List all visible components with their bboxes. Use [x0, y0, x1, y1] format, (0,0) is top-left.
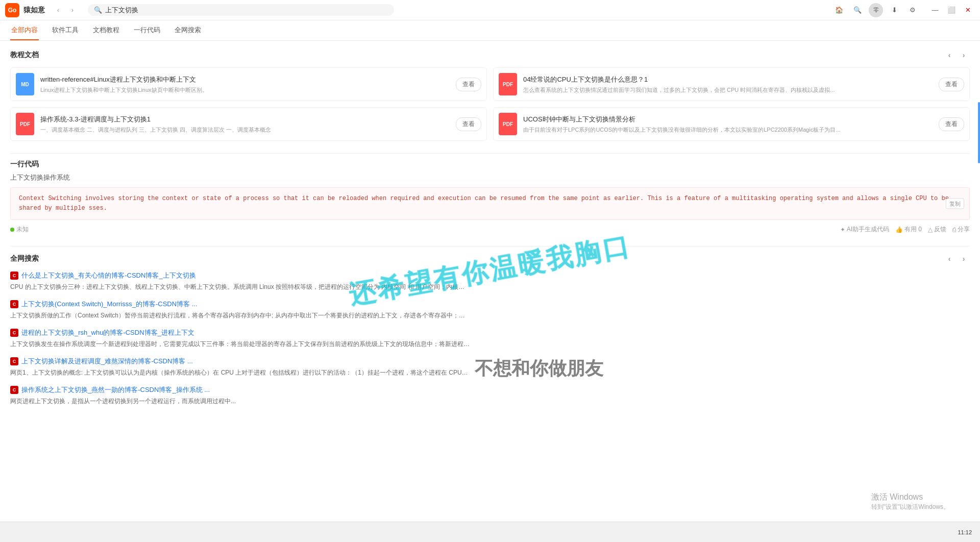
doc-title-3: 操作系统-3.3-进程调度与上下文切换1 — [40, 115, 450, 124]
search-result-3[interactable]: C 进程的上下文切换_rsh_whu的博客-CSDN博客_进程上下文 上下文切换… — [10, 328, 970, 349]
csdn-badge-1: C — [10, 272, 18, 280]
thumb-icon: 👍 — [895, 226, 903, 233]
csdn-badge-2: C — [10, 300, 18, 308]
csdn-badge-4: C — [10, 357, 18, 365]
copy-button[interactable]: 复制 — [946, 199, 964, 209]
ai-icon: ✦ — [840, 226, 845, 233]
minimize-button[interactable]: — — [928, 3, 942, 17]
avatar[interactable]: 零 — [869, 3, 883, 17]
websearch-title: 全网搜索 ‹ › — [10, 253, 970, 265]
scrollbar-indicator[interactable] — [978, 102, 980, 163]
search-bar-wrapper: 🔍 — [88, 4, 394, 16]
section-nav: ‹ › — [943, 49, 970, 61]
doc-title-4: UCOS时钟中断与上下文切换情景分析 — [523, 115, 933, 124]
nav-arrows: ‹ › — [52, 4, 79, 16]
app-name: 猿如意 — [23, 6, 45, 15]
share-icon: ⎙ — [952, 226, 956, 233]
result-snippet-5: 网页进程上下文切换，是指从一个进程切换到另一个进程运行，而系统调用过程中... — [10, 397, 470, 406]
view-btn-1[interactable]: 查看 — [456, 78, 481, 91]
ai-generate-button[interactable]: ✦ AI助手生成代码 — [840, 225, 889, 234]
websearch-prev-button[interactable]: ‹ — [943, 253, 955, 265]
oneliner-footer: 未知 ✦ AI助手生成代码 👍 有用 0 △ 反馈 ⎙ 分享 — [10, 225, 970, 234]
doc-icon-pdf-4: PDF — [499, 113, 517, 135]
websearch-nav: ‹ › — [943, 253, 970, 265]
result-title-5: C 操作系统之上下文切换_燕然一勋的博客-CSDN博客_操作系统 ... — [10, 385, 970, 395]
view-btn-2[interactable]: 查看 — [939, 78, 964, 91]
search-result-1[interactable]: C 什么是上下文切换_有关心情的博客-CSDN博客_上下文切换 CPU 的上下文… — [10, 271, 970, 291]
doc-title-1: written-reference#Linux进程上下文切换和中断上下文 — [40, 75, 450, 84]
settings-icon[interactable]: ⚙ — [905, 3, 920, 17]
search-result-5[interactable]: C 操作系统之上下文切换_燕然一勋的博客-CSDN博客_操作系统 ... 网页进… — [10, 385, 970, 406]
tab-websearch[interactable]: 全网搜索 — [174, 20, 202, 40]
view-btn-3[interactable]: 查看 — [456, 117, 481, 131]
search-icon: 🔍 — [94, 6, 102, 14]
result-snippet-2: 上下文切换所做的工作（Context Switch）暂停当前进程执行流程，将各个… — [10, 311, 470, 320]
result-title-1: C 什么是上下文切换_有关心情的博客-CSDN博客_上下文切换 — [10, 271, 970, 280]
oneliner-subtitle: 上下文切换操作系统 — [10, 173, 970, 182]
search-input[interactable] — [105, 6, 388, 14]
divider-2 — [10, 246, 970, 247]
title-bar-actions: 🏠 🔍 零 ⬇ ⚙ — ⬜ ✕ — [832, 3, 975, 17]
doc-desc-3: 一、调度基本概念 二、调度与进程队列 三、上下文切换 四、调度算法层次 一、调度… — [40, 126, 450, 134]
maximize-button[interactable]: ⬜ — [944, 3, 959, 17]
divider-1 — [10, 153, 970, 154]
docs-grid: MD written-reference#Linux进程上下文切换和中断上下文 … — [10, 67, 970, 141]
search-bar: 🔍 — [88, 4, 394, 16]
section-prev-button[interactable]: ‹ — [943, 49, 955, 61]
websearch-section: 全网搜索 ‹ › C 什么是上下文切换_有关心情的博客-CSDN博客_上下文切换… — [10, 253, 970, 406]
app-logo: Go — [5, 3, 19, 17]
nav-forward-button[interactable]: › — [66, 4, 79, 16]
feedback-icon: △ — [928, 226, 933, 233]
doc-info-3: 操作系统-3.3-进程调度与上下文切换1 一、调度基本概念 二、调度与进程队列 … — [40, 115, 450, 134]
doc-icon-pdf-3: PDF — [16, 113, 34, 135]
doc-icon-pdf-2: PDF — [499, 73, 517, 95]
feedback-button[interactable]: △ 反馈 — [928, 225, 946, 234]
tab-docs[interactable]: 文档教程 — [92, 20, 120, 40]
main-content: 教程文档 ‹ › MD written-reference#Linux进程上下文… — [0, 41, 980, 426]
doc-card-3: PDF 操作系统-3.3-进程调度与上下文切换1 一、调度基本概念 二、调度与进… — [10, 107, 487, 141]
tab-bar: 全部内容 软件工具 文档教程 一行代码 全网搜索 — [0, 20, 980, 41]
doc-info-4: UCOS时钟中断与上下文切换情景分析 由于目前没有对于LPC系列的UCOS的中断… — [523, 115, 933, 134]
like-button[interactable]: 👍 有用 0 — [895, 225, 922, 234]
tab-oneliner[interactable]: 一行代码 — [133, 20, 161, 40]
oneliner-status: 未知 — [10, 225, 29, 234]
window-controls: — ⬜ ✕ — [928, 3, 975, 17]
section-next-button[interactable]: › — [958, 49, 970, 61]
taskbar-clock: 11:12 — [958, 529, 976, 535]
nav-back-button[interactable]: ‹ — [52, 4, 64, 16]
search-global-icon[interactable]: 🔍 — [850, 3, 865, 17]
status-dot — [10, 228, 14, 232]
csdn-badge-3: C — [10, 329, 18, 337]
oneliner-actions: ✦ AI助手生成代码 👍 有用 0 △ 反馈 ⎙ 分享 — [840, 225, 970, 234]
doc-info-1: written-reference#Linux进程上下文切换和中断上下文 Lin… — [40, 75, 450, 94]
doc-info-2: 04经常说的CPU上下文切换是什么意思？1 怎么查看系统的上下文切换情况通过前面… — [523, 75, 933, 94]
tutorial-docs-title: 教程文档 — [10, 51, 39, 60]
view-btn-4[interactable]: 查看 — [939, 117, 964, 131]
download-icon[interactable]: ⬇ — [887, 3, 901, 17]
doc-desc-1: Linux进程上下文切换和中断上下文切换Linux缺页中断和中断区别。 — [40, 86, 450, 94]
search-result-2[interactable]: C 上下文切换(Context Switch)_Morrisss_的博客-CSD… — [10, 300, 970, 320]
close-button[interactable]: ✕ — [961, 3, 975, 17]
result-title-4: C 上下文切换详解及进程调度_难熬深情的博客-CSDN博客 ... — [10, 357, 970, 366]
result-snippet-4: 网页1、上下文切换的概念: 上下文切换可以认为是内核（操作系统的核心）在 CPU… — [10, 368, 470, 377]
doc-desc-4: 由于目前没有对于LPC系列的UCOS的中断以及上下文切换没有做很详细的分析，本文… — [523, 126, 933, 134]
title-bar: Go 猿如意 ‹ › 🔍 🏠 🔍 零 ⬇ ⚙ — ⬜ ✕ — [0, 0, 980, 20]
csdn-badge-5: C — [10, 386, 18, 394]
share-button[interactable]: ⎙ 分享 — [952, 225, 970, 234]
oneliner-title: 一行代码 — [10, 160, 970, 169]
windows-activation-notice: 激活 Windows 转到"设置"以激活Windows。 — [871, 492, 949, 511]
result-title-3: C 进程的上下文切换_rsh_whu的博客-CSDN博客_进程上下文 — [10, 328, 970, 337]
search-result-4[interactable]: C 上下文切换详解及进程调度_难熬深情的博客-CSDN博客 ... 网页1、上下… — [10, 357, 970, 377]
tab-tools[interactable]: 软件工具 — [51, 20, 80, 40]
result-title-2: C 上下文切换(Context Switch)_Morrisss_的博客-CSD… — [10, 300, 970, 309]
oneliner-section: 一行代码 上下文切换操作系统 Context Switching involve… — [10, 160, 970, 234]
status-label: 未知 — [16, 225, 29, 234]
result-snippet-1: CPU 的上下文切换分三种：进程上下文切换、线程上下文切换、中断上下文切换。系统… — [10, 282, 470, 291]
doc-desc-2: 怎么查看系统的上下文切换情况通过前面学习我们知道，过多的上下文切换，会把 CPU… — [523, 86, 933, 94]
home-icon[interactable]: 🏠 — [832, 3, 846, 17]
websearch-next-button[interactable]: › — [958, 253, 970, 265]
result-snippet-3: 上下文切换发生在操作系统调度一个新进程到处理器时，它需要完成以下三件事：将当前处… — [10, 339, 470, 349]
tab-all[interactable]: 全部内容 — [10, 20, 39, 40]
doc-card-2: PDF 04经常说的CPU上下文切换是什么意思？1 怎么查看系统的上下文切换情况… — [493, 67, 970, 101]
taskbar: 11:12 — [0, 522, 980, 542]
